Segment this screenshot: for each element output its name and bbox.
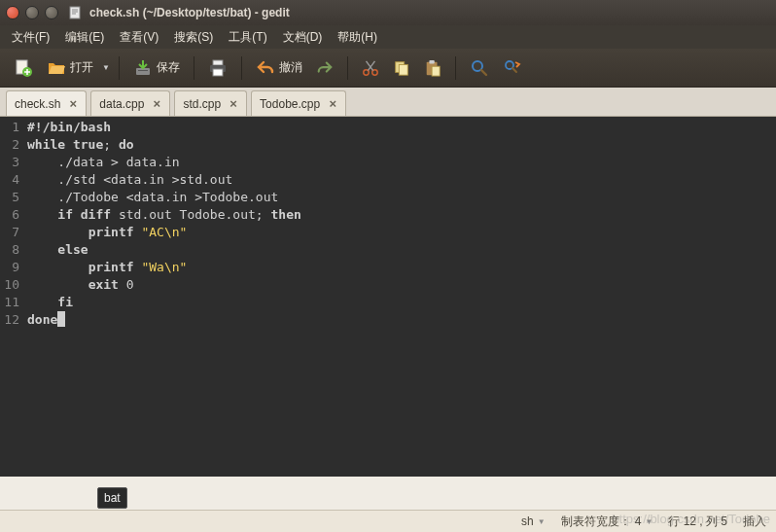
print-button[interactable] — [202, 53, 233, 83]
window-close-button[interactable] — [6, 6, 19, 19]
status-language[interactable]: sh ▼ — [521, 514, 546, 528]
menu-help[interactable]: 帮助(H) — [330, 26, 385, 49]
window-buttons — [6, 6, 58, 19]
menu-view[interactable]: 查看(V) — [112, 26, 166, 49]
tab-check-sh[interactable]: check.sh × — [6, 90, 87, 116]
toolbar-separator — [194, 56, 194, 80]
close-icon[interactable]: × — [326, 97, 339, 111]
window-minimize-button[interactable] — [25, 6, 39, 19]
svg-rect-7 — [213, 69, 223, 76]
toolbar-separator — [455, 56, 456, 80]
cut-button[interactable] — [356, 53, 385, 83]
find-replace-button[interactable] — [497, 53, 528, 83]
close-icon[interactable]: × — [150, 97, 163, 111]
menu-tools[interactable]: 工具(T) — [221, 26, 274, 49]
status-insert-mode[interactable]: 插入 — [743, 514, 766, 530]
tab-label: data.cpp — [99, 97, 144, 111]
breadcrumb-tooltip: bat — [97, 487, 127, 509]
status-mode-label: 插入 — [743, 514, 766, 530]
copy-button[interactable] — [387, 53, 416, 83]
paste-button[interactable] — [418, 53, 447, 83]
svg-rect-5 — [213, 60, 223, 65]
window-titlebar: check.sh (~/Desktop/test/bat) - gedit — [0, 0, 776, 25]
line-number-gutter: 123456789101112 — [0, 117, 23, 477]
menu-docs[interactable]: 文档(D) — [275, 26, 331, 49]
open-dropdown[interactable]: ▼ — [101, 63, 111, 72]
open-button[interactable]: 打开 — [41, 53, 99, 83]
save-label: 保存 — [157, 59, 180, 76]
window-maximize-button[interactable] — [45, 6, 58, 19]
status-cursor-label: 行 12 , 列 5 — [668, 514, 727, 530]
new-file-button[interactable] — [8, 53, 39, 83]
menu-search[interactable]: 搜索(S) — [166, 26, 221, 49]
tab-todobe-cpp[interactable]: Todobe.cpp × — [251, 90, 346, 116]
close-icon[interactable]: × — [227, 97, 240, 111]
search-button[interactable] — [464, 53, 495, 83]
redo-button[interactable] — [310, 53, 339, 83]
svg-rect-14 — [432, 66, 440, 76]
open-label: 打开 — [70, 59, 93, 76]
chevron-down-icon: ▼ — [645, 517, 653, 526]
tab-label: std.cpp — [183, 97, 221, 111]
undo-label: 撤消 — [279, 59, 302, 76]
undo-button[interactable]: 撤消 — [250, 53, 308, 83]
tab-data-cpp[interactable]: data.cpp × — [90, 90, 170, 116]
status-lang-label: sh — [521, 514, 534, 528]
editor-area[interactable]: 123456789101112 #!/bin/bashwhile true; d… — [0, 117, 776, 477]
tab-label: Todobe.cpp — [260, 97, 320, 111]
save-button[interactable]: 保存 — [127, 53, 186, 83]
status-cursor: 行 12 , 列 5 — [668, 514, 727, 530]
svg-rect-4 — [138, 70, 148, 71]
menu-file[interactable]: 文件(F) — [4, 26, 57, 49]
toolbar: 打开 ▼ 保存 撤消 — [0, 49, 776, 88]
close-icon[interactable]: × — [66, 97, 80, 111]
toolbar-separator — [241, 56, 242, 80]
app-icon — [68, 5, 84, 20]
svg-rect-0 — [70, 7, 80, 18]
toolbar-separator — [347, 56, 348, 80]
window-title: check.sh (~/Desktop/test/bat) - gedit — [89, 6, 290, 19]
code-content[interactable]: #!/bin/bashwhile true; do ./data > data.… — [23, 117, 776, 477]
toolbar-separator — [119, 56, 120, 80]
menu-bar: 文件(F) 编辑(E) 查看(V) 搜索(S) 工具(T) 文档(D) 帮助(H… — [0, 25, 776, 49]
menu-edit[interactable]: 编辑(E) — [57, 26, 112, 49]
status-tabwidth[interactable]: 制表符宽度： 4 ▼ — [561, 514, 653, 530]
status-bar: sh ▼ 制表符宽度： 4 ▼ 行 12 , 列 5 插入 — [0, 510, 776, 532]
status-tabwidth-value: 4 — [635, 514, 642, 528]
status-tabwidth-label: 制表符宽度： — [561, 514, 631, 530]
chevron-down-icon: ▼ — [538, 517, 546, 526]
tab-label: check.sh — [15, 97, 60, 111]
svg-rect-13 — [429, 59, 434, 63]
tab-bar: check.sh × data.cpp × std.cpp × Todobe.c… — [0, 88, 776, 117]
svg-rect-11 — [399, 64, 407, 75]
tab-std-cpp[interactable]: std.cpp × — [174, 90, 247, 116]
